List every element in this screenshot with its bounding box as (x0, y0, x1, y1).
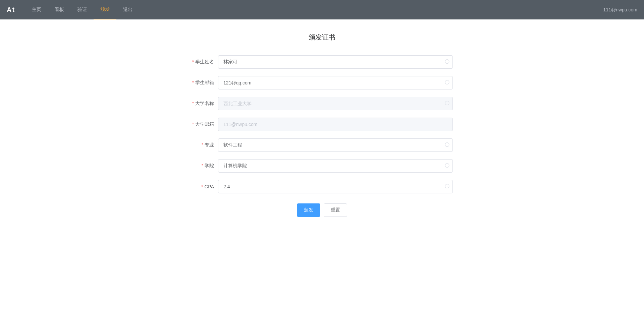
input-university-email (218, 118, 453, 131)
input-wrapper-university-email (218, 118, 453, 131)
main-content: 颁发证书 学生姓名 学生邮箱 (0, 19, 644, 311)
input-university-name (218, 97, 453, 110)
nav-item-dashboard[interactable]: 看板 (48, 0, 71, 19)
form-item-university-name: 大学名称 (191, 97, 453, 110)
input-college[interactable] (218, 159, 453, 173)
label-major: 专业 (191, 142, 218, 148)
nav-items: 主页 看板 验证 颁发 退出 (25, 0, 139, 19)
form-item-student-email: 学生邮箱 (191, 76, 453, 89)
page-title: 颁发证书 (7, 33, 637, 42)
navbar-logo: At (7, 6, 15, 14)
form-item-major: 专业 (191, 138, 453, 152)
submit-button[interactable]: 颁发 (297, 203, 320, 217)
input-wrapper-student-email (218, 76, 453, 89)
form-item-student-name: 学生姓名 (191, 55, 453, 69)
form-container: 学生姓名 学生邮箱 (191, 55, 453, 217)
nav-item-issue[interactable]: 颁发 (94, 0, 116, 19)
form-item-university-email: 大学邮箱 (191, 118, 453, 131)
nav-item-verify[interactable]: 验证 (71, 0, 94, 19)
nav-item-home[interactable]: 主页 (25, 0, 48, 19)
input-major[interactable] (218, 138, 453, 152)
input-wrapper-gpa: i (218, 180, 453, 193)
label-university-email: 大学邮箱 (191, 121, 218, 127)
label-student-name: 学生姓名 (191, 59, 218, 65)
label-college: 学院 (191, 163, 218, 169)
input-wrapper-major (218, 138, 453, 152)
navbar-user: 111@nwpu.com (603, 7, 637, 12)
input-student-email[interactable] (218, 76, 453, 89)
nav-item-logout[interactable]: 退出 (116, 0, 139, 19)
button-group: 颁发 重置 (191, 203, 453, 217)
label-university-name: 大学名称 (191, 101, 218, 107)
form-item-college: 学院 (191, 159, 453, 173)
input-wrapper-college (218, 159, 453, 173)
label-student-email: 学生邮箱 (191, 80, 218, 86)
navbar: At 主页 看板 验证 颁发 退出 111@nwpu.com (0, 0, 644, 19)
input-wrapper-university-name (218, 97, 453, 110)
input-wrapper-student-name (218, 55, 453, 69)
reset-button[interactable]: 重置 (324, 203, 347, 217)
input-gpa[interactable] (218, 180, 453, 193)
form-item-gpa: GPA i (191, 180, 453, 193)
input-student-name[interactable] (218, 55, 453, 69)
label-gpa: GPA (191, 184, 218, 189)
